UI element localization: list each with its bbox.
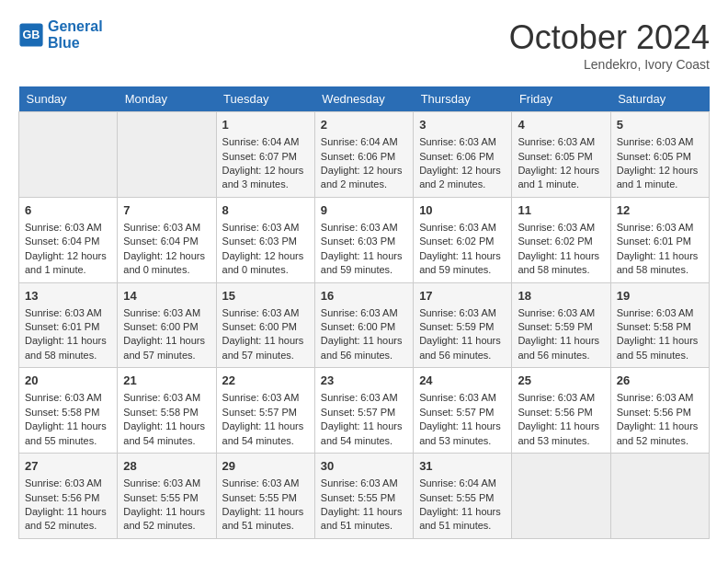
day-info: Daylight: 11 hours and 57 minutes. (222, 334, 309, 362)
day-info: Sunset: 6:03 PM (321, 235, 407, 248)
day-info: Daylight: 12 hours and 0 minutes. (222, 249, 309, 278)
calendar-cell: 18Sunrise: 6:03 AMSunset: 5:59 PMDayligh… (512, 282, 610, 368)
day-info: Daylight: 12 hours and 3 minutes. (222, 164, 309, 192)
day-info: Sunrise: 6:03 AM (123, 306, 210, 320)
day-number: 26 (617, 373, 703, 389)
day-number: 13 (25, 288, 111, 304)
day-info: Sunset: 6:01 PM (25, 320, 111, 334)
day-header-wednesday: Wednesday (314, 86, 413, 112)
calendar-cell (19, 112, 118, 198)
calendar-week-row: 13Sunrise: 6:03 AMSunset: 6:01 PMDayligh… (19, 282, 710, 368)
day-info: Daylight: 11 hours and 56 minutes. (419, 334, 506, 362)
day-number: 15 (222, 288, 309, 304)
day-info: Sunrise: 6:03 AM (25, 391, 111, 405)
day-number: 31 (419, 458, 506, 475)
day-info: Daylight: 11 hours and 52 minutes. (617, 419, 703, 448)
calendar-cell: 14Sunrise: 6:03 AMSunset: 6:00 PMDayligh… (118, 282, 216, 368)
calendar-cell: 16Sunrise: 6:03 AMSunset: 6:00 PMDayligh… (314, 282, 413, 368)
day-info: Sunset: 5:59 PM (518, 320, 604, 334)
day-info: Daylight: 12 hours and 1 minute. (25, 249, 111, 278)
page-header: GB General Blue October 2024 Lendekro, I… (18, 18, 710, 72)
day-info: Sunset: 5:55 PM (321, 491, 407, 505)
day-info: Sunrise: 6:03 AM (321, 477, 407, 490)
day-number: 20 (25, 373, 111, 389)
day-number: 22 (222, 373, 309, 389)
month-title: October 2024 (509, 18, 710, 57)
day-info: Sunrise: 6:04 AM (321, 135, 407, 149)
day-info: Daylight: 11 hours and 58 minutes. (518, 249, 604, 278)
logo-text2: Blue (48, 35, 103, 52)
day-info: Daylight: 11 hours and 51 minutes. (321, 505, 407, 534)
logo-text: General (48, 18, 103, 35)
day-number: 9 (321, 202, 407, 219)
day-header-sunday: Sunday (19, 86, 118, 112)
day-info: Sunset: 6:02 PM (419, 235, 506, 248)
day-info: Sunrise: 6:03 AM (25, 221, 111, 235)
day-header-thursday: Thursday (414, 86, 512, 112)
calendar-cell: 11Sunrise: 6:03 AMSunset: 6:02 PMDayligh… (512, 197, 610, 282)
day-info: Daylight: 11 hours and 52 minutes. (123, 505, 210, 534)
calendar-cell: 20Sunrise: 6:03 AMSunset: 5:58 PMDayligh… (19, 368, 118, 454)
day-number: 11 (518, 202, 604, 219)
day-info: Daylight: 11 hours and 54 minutes. (222, 419, 309, 448)
day-info: Sunrise: 6:03 AM (321, 221, 407, 235)
day-info: Sunrise: 6:03 AM (617, 135, 703, 149)
day-number: 30 (321, 458, 407, 475)
calendar-cell: 26Sunrise: 6:03 AMSunset: 5:56 PMDayligh… (610, 368, 709, 454)
calendar-cell: 2Sunrise: 6:04 AMSunset: 6:06 PMDaylight… (314, 112, 413, 198)
day-number: 25 (518, 373, 604, 389)
day-info: Sunset: 5:56 PM (617, 406, 703, 419)
day-number: 1 (222, 117, 309, 133)
title-block: October 2024 Lendekro, Ivory Coast (509, 18, 710, 72)
day-header-tuesday: Tuesday (216, 86, 314, 112)
day-info: Sunset: 5:58 PM (617, 320, 703, 334)
day-info: Sunrise: 6:03 AM (222, 306, 309, 320)
day-info: Daylight: 11 hours and 56 minutes. (321, 334, 407, 362)
calendar-cell: 12Sunrise: 6:03 AMSunset: 6:01 PMDayligh… (610, 197, 709, 282)
day-info: Daylight: 11 hours and 53 minutes. (419, 419, 506, 448)
day-info: Sunset: 5:56 PM (518, 406, 604, 419)
day-info: Sunrise: 6:03 AM (617, 221, 703, 235)
day-info: Daylight: 11 hours and 54 minutes. (123, 419, 210, 448)
day-info: Daylight: 12 hours and 1 minute. (617, 164, 703, 192)
day-number: 14 (123, 288, 210, 304)
day-number: 21 (123, 373, 210, 389)
day-info: Daylight: 11 hours and 54 minutes. (321, 419, 407, 448)
day-number: 24 (419, 373, 506, 389)
day-info: Sunrise: 6:03 AM (123, 391, 210, 405)
calendar-cell: 15Sunrise: 6:03 AMSunset: 6:00 PMDayligh… (216, 282, 314, 368)
calendar-week-row: 27Sunrise: 6:03 AMSunset: 5:56 PMDayligh… (19, 454, 710, 539)
calendar-cell: 10Sunrise: 6:03 AMSunset: 6:02 PMDayligh… (414, 197, 512, 282)
day-number: 5 (617, 117, 703, 133)
day-info: Daylight: 11 hours and 58 minutes. (617, 249, 703, 278)
calendar-cell: 25Sunrise: 6:03 AMSunset: 5:56 PMDayligh… (512, 368, 610, 454)
day-info: Sunrise: 6:03 AM (617, 391, 703, 405)
day-info: Sunset: 5:57 PM (222, 406, 309, 419)
calendar-cell: 4Sunrise: 6:03 AMSunset: 6:05 PMDaylight… (512, 112, 610, 198)
calendar-cell: 6Sunrise: 6:03 AMSunset: 6:04 PMDaylight… (19, 197, 118, 282)
day-info: Sunrise: 6:03 AM (419, 391, 506, 405)
calendar-week-row: 20Sunrise: 6:03 AMSunset: 5:58 PMDayligh… (19, 368, 710, 454)
day-info: Sunset: 5:55 PM (419, 491, 506, 505)
day-info: Sunrise: 6:03 AM (518, 135, 604, 149)
day-info: Sunrise: 6:03 AM (123, 221, 210, 235)
day-number: 12 (617, 202, 703, 219)
logo: GB General Blue (18, 18, 103, 52)
calendar-cell: 30Sunrise: 6:03 AMSunset: 5:55 PMDayligh… (314, 454, 413, 539)
day-info: Sunset: 6:03 PM (222, 235, 309, 248)
day-info: Sunset: 6:05 PM (617, 150, 703, 164)
calendar-cell: 3Sunrise: 6:03 AMSunset: 6:06 PMDaylight… (414, 112, 512, 198)
svg-text:GB: GB (23, 29, 40, 41)
day-info: Sunrise: 6:03 AM (419, 221, 506, 235)
day-info: Sunset: 6:06 PM (321, 150, 407, 164)
day-info: Sunset: 6:07 PM (222, 150, 309, 164)
day-number: 19 (617, 288, 703, 304)
day-info: Daylight: 12 hours and 2 minutes. (419, 164, 506, 192)
day-info: Sunset: 5:58 PM (25, 406, 111, 419)
day-info: Sunrise: 6:04 AM (419, 477, 506, 490)
day-info: Sunrise: 6:03 AM (222, 477, 309, 490)
day-info: Sunrise: 6:03 AM (25, 477, 111, 490)
day-number: 10 (419, 202, 506, 219)
day-header-friday: Friday (512, 86, 610, 112)
day-info: Sunset: 5:55 PM (123, 491, 210, 505)
